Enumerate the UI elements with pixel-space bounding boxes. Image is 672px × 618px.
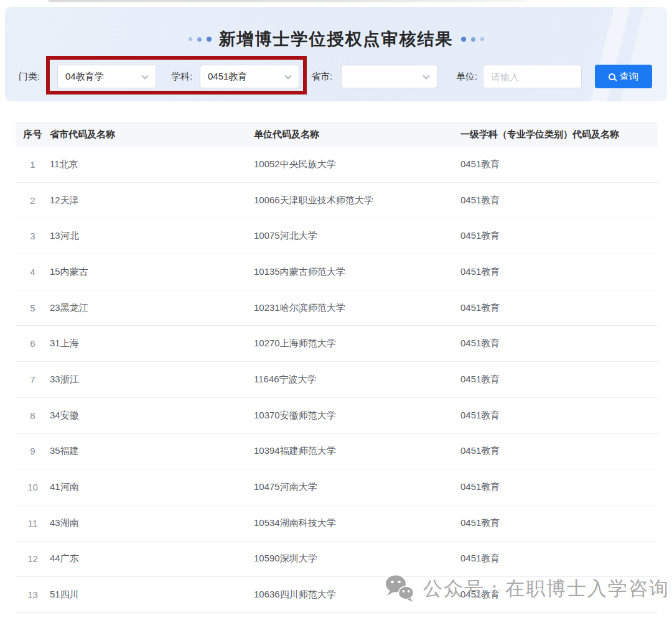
cell-unit: 10370安徽师范大学 xyxy=(254,410,460,422)
watermark-text: 公众号：在职博士入学咨询 xyxy=(423,576,670,602)
discipline-select[interactable]: 0451教育 xyxy=(200,65,299,88)
search-icon xyxy=(609,73,615,80)
cell-discipline: 0451教育 xyxy=(460,481,658,493)
wechat-icon xyxy=(385,574,414,603)
table-row: 6 31上海 10270上海师范大学 0451教育 xyxy=(16,326,658,362)
table-row: 3 13河北 10075河北大学 0451教育 xyxy=(16,218,658,254)
search-button[interactable]: 查询 xyxy=(595,65,652,88)
page-title: 新增博士学位授权点审核结果 xyxy=(219,29,454,49)
cell-province: 51四川 xyxy=(50,589,254,601)
cell-province: 12天津 xyxy=(50,195,254,206)
title-dots-left xyxy=(189,37,212,42)
title-dot xyxy=(207,37,212,42)
table-row: 12 44广东 10590深圳大学 0451教育 xyxy=(16,542,658,578)
title-dot xyxy=(480,37,484,41)
cell-index: 7 xyxy=(16,374,50,385)
cell-unit: 10231哈尔滨师范大学 xyxy=(254,302,460,314)
table-body: 1 11北京 10052中央民族大学 0451教育 2 12天津 10066天津… xyxy=(16,147,658,613)
column-header-unit: 单位代码及名称 xyxy=(254,129,460,141)
cell-discipline: 0451教育 xyxy=(460,302,658,314)
cell-index: 4 xyxy=(16,267,50,277)
cell-index: 10 xyxy=(16,482,50,492)
cell-index: 3 xyxy=(16,231,50,241)
top-edge-artifact xyxy=(49,0,526,2)
cell-province: 11北京 xyxy=(50,159,254,170)
title-dot xyxy=(189,37,192,41)
category-label: 门类: xyxy=(19,70,40,83)
cell-index: 2 xyxy=(16,195,50,206)
cell-discipline: 0451教育 xyxy=(460,338,658,349)
cell-province: 34安徽 xyxy=(50,410,254,422)
cell-unit: 10075河北大学 xyxy=(254,230,460,242)
cell-province: 13河北 xyxy=(50,230,254,242)
column-header-discipline: 一级学科（专业学位类别）代码及名称 xyxy=(460,129,658,141)
table-row: 8 34安徽 10370安徽师范大学 0451教育 xyxy=(16,398,658,434)
cell-discipline: 0451教育 xyxy=(460,195,658,206)
title-dot xyxy=(197,37,202,42)
cell-unit: 10052中央民族大学 xyxy=(254,159,460,170)
table-header: 序号 省市代码及名称 单位代码及名称 一级学科（专业学位类别）代码及名称 xyxy=(16,122,658,147)
title-row: 新增博士学位授权点审核结果 xyxy=(5,29,667,49)
cell-discipline: 0451教育 xyxy=(460,517,658,529)
cell-index: 1 xyxy=(16,159,50,170)
cell-province: 41河南 xyxy=(50,481,254,493)
cell-unit: 11646宁波大学 xyxy=(254,374,460,385)
cell-unit: 10270上海师范大学 xyxy=(254,338,460,349)
cell-province: 23黑龙江 xyxy=(50,302,254,314)
cell-index: 9 xyxy=(16,446,50,456)
cell-index: 5 xyxy=(16,303,50,313)
cell-discipline: 0451教育 xyxy=(460,374,658,385)
cell-province: 35福建 xyxy=(50,445,254,457)
cell-index: 8 xyxy=(16,410,50,421)
table-row: 2 12天津 10066天津职业技术师范大学 0451教育 xyxy=(16,183,658,219)
cell-province: 43湖南 xyxy=(50,517,254,529)
unit-label: 单位: xyxy=(456,70,477,83)
cell-unit: 10590深圳大学 xyxy=(254,553,460,565)
page: 新增博士学位授权点审核结果 门类: 04教育学 学科: 0451教育 省市: 单… xyxy=(0,0,672,618)
chevron-down-icon xyxy=(422,72,429,79)
unit-input[interactable] xyxy=(491,65,574,88)
discipline-label: 学科: xyxy=(171,70,192,83)
cell-index: 13 xyxy=(16,589,50,600)
header-card: 新增博士学位授权点审核结果 门类: 04教育学 学科: 0451教育 省市: 单… xyxy=(5,7,667,101)
title-dot xyxy=(471,37,475,42)
column-header-province: 省市代码及名称 xyxy=(50,129,254,141)
cell-index: 6 xyxy=(16,338,50,349)
search-button-label: 查询 xyxy=(620,71,638,83)
chevron-down-icon xyxy=(284,72,291,79)
discipline-select-value: 0451教育 xyxy=(208,71,247,83)
table-row: 5 23黑龙江 10231哈尔滨师范大学 0451教育 xyxy=(16,290,658,326)
table-row: 7 33浙江 11646宁波大学 0451教育 xyxy=(16,362,658,398)
cell-discipline: 0451教育 xyxy=(460,159,658,170)
column-header-index: 序号 xyxy=(16,129,50,141)
unit-field-wrap xyxy=(483,65,582,88)
cell-province: 33浙江 xyxy=(50,374,254,385)
cell-discipline: 0451教育 xyxy=(460,266,658,278)
category-select-value: 04教育学 xyxy=(65,71,104,83)
watermark: 公众号：在职博士入学咨询 xyxy=(385,574,670,603)
cell-province: 44广东 xyxy=(50,553,254,565)
table-row: 10 41河南 10475河南大学 0451教育 xyxy=(16,469,658,505)
cell-unit: 10135内蒙古师范大学 xyxy=(254,266,460,278)
cell-index: 11 xyxy=(16,518,50,528)
title-dots-right xyxy=(461,37,484,42)
cell-discipline: 0451教育 xyxy=(460,410,658,422)
province-label: 省市: xyxy=(311,70,332,83)
table-row: 9 35福建 10394福建师范大学 0451教育 xyxy=(16,434,658,470)
province-select[interactable] xyxy=(341,65,437,88)
cell-index: 12 xyxy=(16,553,50,564)
table-row: 1 11北京 10052中央民族大学 0451教育 xyxy=(16,147,658,183)
cell-discipline: 0451教育 xyxy=(460,445,658,457)
cell-unit: 10066天津职业技术师范大学 xyxy=(254,195,460,206)
cell-unit: 10534湖南科技大学 xyxy=(254,517,460,529)
category-select[interactable]: 04教育学 xyxy=(57,65,156,88)
chevron-down-icon xyxy=(141,72,148,79)
table-row: 11 43湖南 10534湖南科技大学 0451教育 xyxy=(16,505,658,542)
cell-discipline: 0451教育 xyxy=(460,230,658,242)
cell-province: 31上海 xyxy=(50,338,254,349)
title-dot xyxy=(461,37,466,42)
cell-province: 15内蒙古 xyxy=(50,266,254,278)
cell-unit: 10475河南大学 xyxy=(254,481,460,493)
results-table: 序号 省市代码及名称 单位代码及名称 一级学科（专业学位类别）代码及名称 1 1… xyxy=(16,122,658,613)
cell-discipline: 0451教育 xyxy=(460,553,658,565)
